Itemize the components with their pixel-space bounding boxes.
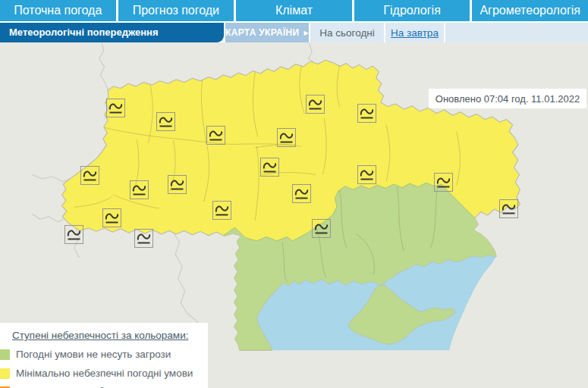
tab-today[interactable]: На сьогодні — [310, 23, 384, 42]
ice-warning-icon[interactable] — [106, 99, 125, 117]
danger-level-legend: Ступені небезпечності за кольорами: Пого… — [0, 323, 208, 388]
legend-row-1: Мінімально небезпечні погодні умови — [0, 365, 208, 383]
ice-warning-icon[interactable] — [168, 175, 187, 194]
ice-warning-icon[interactable] — [292, 184, 311, 203]
ukraine-warning-map: Оновлено 07:04 год. 11.01.2022 Ступені н… — [0, 42, 588, 388]
chevron-right-icon: ▶ — [303, 30, 308, 36]
ice-warning-icon[interactable] — [306, 95, 325, 114]
ice-warning-icon[interactable] — [357, 165, 376, 184]
legend-swatch — [0, 349, 10, 360]
map-of-ukraine-button[interactable]: КАРТА УКРАЇНИ ▶ — [225, 23, 309, 42]
ice-warning-icon[interactable] — [102, 208, 121, 227]
top-navigation: Поточна погодаПрогноз погодиКліматГідрол… — [0, 0, 588, 21]
ice-warning-icon[interactable] — [434, 173, 453, 192]
legend-label: Погодні умови не несуть загрози — [16, 349, 171, 360]
secondary-navigation: Метеорологічні попередження КАРТА УКРАЇН… — [0, 23, 588, 42]
updated-timestamp: Оновлено 07:04 год. 11.01.2022 — [429, 89, 586, 108]
tab-tomorrow[interactable]: На завтра — [385, 23, 444, 42]
ice-warning-icon[interactable] — [130, 180, 149, 199]
ice-warning-icon[interactable] — [312, 219, 331, 238]
ice-warning-icon[interactable] — [212, 201, 231, 220]
ice-warning-icon[interactable] — [260, 158, 279, 177]
ice-warning-icon[interactable] — [80, 166, 99, 185]
legend-title: Ступені небезпечності за кольорами: — [12, 330, 208, 341]
top-nav-tab-4[interactable]: Агрометеорологія — [472, 0, 588, 21]
legend-swatch — [0, 368, 10, 379]
top-nav-tab-3[interactable]: Гідрологія — [354, 0, 470, 21]
legend-row-2: Погодні умови небезпечні — [0, 383, 208, 388]
ice-warning-icon[interactable] — [156, 112, 175, 131]
ice-warning-icon[interactable] — [499, 199, 518, 218]
tab-meteorological-warnings[interactable]: Метеорологічні попередження — [0, 23, 224, 42]
top-nav-tab-2[interactable]: Клімат — [236, 0, 352, 21]
top-nav-tab-1[interactable]: Прогноз погоди — [118, 0, 234, 21]
subnav-filler — [445, 23, 588, 42]
tomorrow-link[interactable]: На завтра — [391, 27, 439, 39]
legend-row-0: Погодні умови не несуть загрози — [0, 346, 208, 365]
ice-warning-icon[interactable] — [64, 225, 83, 244]
ice-warning-icon[interactable] — [277, 128, 296, 147]
legend-label: Мінімально небезпечні погодні умови — [16, 368, 193, 379]
ice-warning-icon[interactable] — [357, 104, 376, 123]
ice-warning-icon[interactable] — [134, 229, 153, 248]
top-nav-tab-0[interactable]: Поточна погода — [0, 0, 116, 21]
ice-warning-icon[interactable] — [206, 126, 225, 145]
map-of-ukraine-label: КАРТА УКРАЇНИ — [225, 27, 299, 38]
